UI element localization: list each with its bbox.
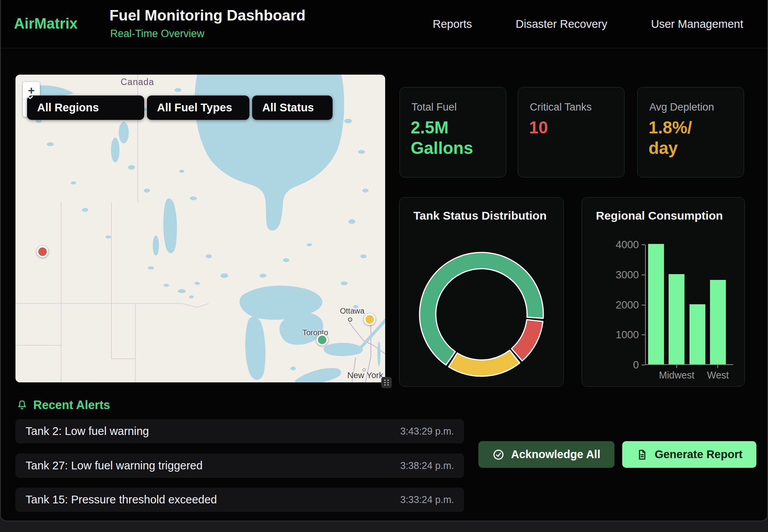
y-axis-tick [642, 275, 645, 275]
map-country-label: Canada [121, 77, 154, 87]
y-axis-tick-label: 4000 [604, 239, 639, 251]
stat-value: 1.8%/ day [649, 118, 692, 159]
status-filter-dropdown[interactable]: All Status [252, 95, 333, 120]
map-panel: Canada Ottawa Toronto New York + − All R… [15, 75, 385, 382]
alert-text: Tank 27: Low fuel warning triggered [26, 459, 203, 472]
region-filter-dropdown[interactable]: All Regions [27, 95, 144, 120]
stat-card-avg-depletion: Avg Depletion 1.8%/ day [637, 87, 744, 177]
new-york-town-icon [363, 368, 365, 371]
brand-logo: AirMatrix [14, 15, 78, 32]
main-nav: Reports Disaster Recovery User Managemen… [433, 0, 743, 48]
stat-value: 2.5M Gallons [411, 118, 473, 159]
acknowledge-all-label: Acknowledge All [511, 448, 601, 461]
alerts-title: Recent Alerts [33, 398, 110, 412]
map-resize-handle[interactable] [381, 377, 392, 388]
stat-label: Avg Depletion [649, 101, 714, 113]
y-axis-tick-label: 1000 [604, 329, 639, 341]
map-city-label-new-york: New York [347, 370, 383, 380]
nav-reports[interactable]: Reports [433, 18, 472, 31]
stat-card-total-fuel: Total Fuel 2.5M Gallons [399, 87, 506, 177]
x-axis-tick [676, 365, 677, 368]
bar [669, 274, 684, 364]
y-axis-tick [642, 365, 645, 365]
status-filter-value: All Status [262, 101, 314, 114]
alert-timestamp: 3:33:24 p.m. [400, 494, 454, 505]
page-title: Fuel Monitoring Dashboard [109, 7, 305, 24]
alert-text: Tank 15: Pressure threshold exceeded [26, 493, 217, 506]
tank-status-donut [399, 198, 564, 387]
bar [689, 304, 705, 365]
ottawa-city-icon [348, 317, 352, 322]
alert-row: Tank 15: Pressure threshold exceeded 3:3… [15, 488, 464, 512]
x-axis-tick-label: West [691, 370, 745, 381]
tank-marker-critical[interactable] [37, 246, 48, 257]
alert-row: Tank 27: Low fuel warning triggered 3:38… [15, 454, 464, 478]
tank-marker-normal[interactable] [316, 334, 328, 346]
alert-timestamp: 3:38:24 p.m. [400, 460, 454, 471]
regional-consumption-card: Regional Consumption 01000200030004000Mi… [582, 197, 745, 387]
y-axis-tick [642, 334, 645, 335]
y-axis-tick [642, 244, 645, 245]
map-city-label-ottawa: Ottawa [340, 307, 364, 315]
bar [710, 280, 726, 364]
dashboard: AirMatrix Fuel Monitoring Dashboard Real… [0, 0, 768, 532]
alerts-header: Recent Alerts [16, 398, 110, 412]
stat-value: 10 [529, 118, 548, 138]
bar [648, 244, 664, 364]
alert-text: Tank 2: Low fuel warning [26, 425, 149, 438]
check-circle-icon [493, 449, 504, 460]
nav-disaster-recovery[interactable]: Disaster Recovery [516, 18, 608, 31]
header: AirMatrix Fuel Monitoring Dashboard Real… [1, 0, 767, 48]
tank-marker-warning[interactable] [364, 314, 375, 325]
document-icon [636, 449, 648, 460]
y-axis-tick [642, 305, 645, 305]
x-axis-tick [717, 365, 718, 368]
fuel-type-filter-value: All Fuel Types [157, 101, 232, 114]
region-filter-value: All Regions [37, 101, 99, 114]
fuel-type-filter-dropdown[interactable]: All Fuel Types [147, 95, 249, 120]
stat-label: Total Fuel [411, 101, 457, 113]
map-canvas[interactable] [15, 75, 385, 382]
generate-report-label: Generate Report [655, 448, 742, 461]
generate-report-button[interactable]: Generate Report [622, 441, 756, 468]
y-axis-tick-label: 0 [604, 359, 639, 371]
bar-chart-title: Regional Consumption [596, 209, 723, 222]
app-panel: AirMatrix Fuel Monitoring Dashboard Real… [0, 0, 768, 521]
page-subtitle: Real-Time Overview [110, 28, 205, 40]
alert-row: Tank 2: Low fuel warning 3:43:29 p.m. [15, 419, 464, 443]
y-axis-tick-label: 2000 [604, 299, 639, 311]
acknowledge-all-button[interactable]: Acknowledge All [478, 441, 614, 468]
stat-card-critical-tanks: Critical Tanks 10 [518, 87, 625, 177]
bar-plot: 01000200030004000MidwestWest [645, 245, 733, 365]
stat-label: Critical Tanks [530, 101, 592, 113]
nav-user-management[interactable]: User Management [651, 18, 743, 31]
alert-timestamp: 3:43:29 p.m. [400, 426, 454, 437]
map-filters: All Regions All Fuel Types All Status [27, 95, 333, 120]
tank-status-card: Tank Status Distribution [399, 197, 564, 387]
y-axis-tick-label: 3000 [604, 269, 639, 281]
bell-icon [16, 399, 28, 411]
